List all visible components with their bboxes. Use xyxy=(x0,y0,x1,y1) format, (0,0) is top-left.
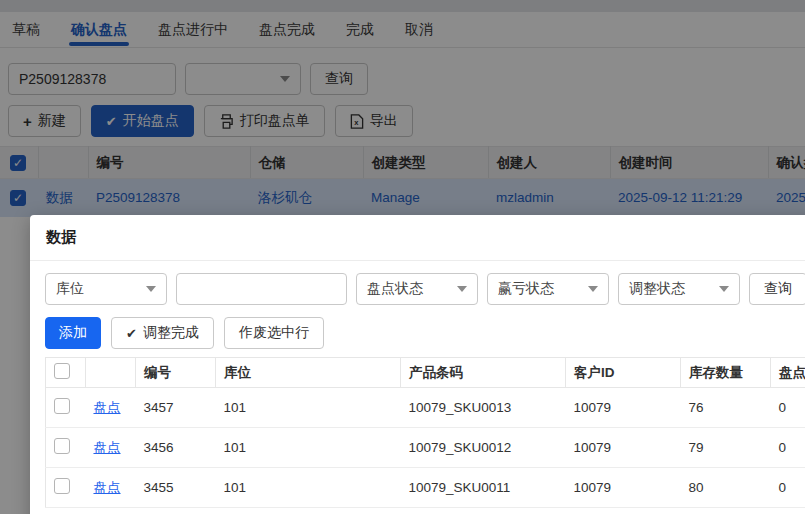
cell-code: 3457 xyxy=(136,388,216,428)
cell-count-qty: 0 xyxy=(771,428,805,468)
detail-table-header: 编号 库位 产品条码 客户ID 库存数量 盘点数量 xyxy=(46,358,805,388)
cell-code: 3455 xyxy=(136,468,216,508)
void-selected-button[interactable]: 作废选中行 xyxy=(224,317,324,349)
modal-title: 数据 xyxy=(46,228,76,247)
modal-body: 库位 盘点状态 赢亏状态 调整状态 查询 xyxy=(30,261,805,508)
col-count-qty: 盘点数量 xyxy=(771,358,805,388)
check-icon: ✔ xyxy=(126,327,137,340)
row-checkbox[interactable] xyxy=(54,438,70,454)
cell-count-qty: 0 xyxy=(771,388,805,428)
chevron-down-icon xyxy=(719,286,729,292)
cell-stock-qty: 79 xyxy=(681,428,771,468)
cell-location: 101 xyxy=(216,468,401,508)
cell-location: 101 xyxy=(216,428,401,468)
cell-count-qty: 0 xyxy=(771,468,805,508)
detail-row[interactable]: 盘点 3456 101 10079_SKU0012 10079 79 0 xyxy=(46,428,805,468)
detail-row[interactable]: 盘点 3455 101 10079_SKU0011 10079 80 0 xyxy=(46,468,805,508)
data-modal: 数据 库位 盘点状态 赢亏状态 调整状态 xyxy=(30,215,805,514)
col-code: 编号 xyxy=(136,358,216,388)
cell-barcode: 10079_SKU0011 xyxy=(401,468,566,508)
cell-code: 3456 xyxy=(136,428,216,468)
row-checkbox[interactable] xyxy=(54,398,70,414)
chevron-down-icon xyxy=(457,286,467,292)
cell-barcode: 10079_SKU0013 xyxy=(401,388,566,428)
row-checkbox[interactable] xyxy=(54,478,70,494)
modal-filters: 库位 盘点状态 赢亏状态 调整状态 查询 xyxy=(45,273,805,305)
col-customer-id: 客户ID xyxy=(566,358,681,388)
col-location: 库位 xyxy=(216,358,401,388)
cell-customer-id: 10079 xyxy=(566,388,681,428)
count-link[interactable]: 盘点 xyxy=(94,440,121,455)
cell-stock-qty: 76 xyxy=(681,388,771,428)
count-link[interactable]: 盘点 xyxy=(94,400,121,415)
modal-actions: 添加 ✔ 调整完成 作废选中行 xyxy=(45,317,805,349)
cell-customer-id: 10079 xyxy=(566,428,681,468)
detail-row[interactable]: 盘点 3457 101 10079_SKU0013 10079 76 0 xyxy=(46,388,805,428)
modal-query-button[interactable]: 查询 xyxy=(749,273,805,305)
count-link[interactable]: 盘点 xyxy=(94,480,121,495)
app-window: 草稿 确认盘点 盘点进行中 盘点完成 完成 取消 查询 + 新建 ✔ 开始盘点 xyxy=(0,0,805,514)
count-status-select[interactable]: 盘点状态 xyxy=(356,273,478,305)
modal-header: 数据 xyxy=(30,215,805,261)
detail-select-all-checkbox[interactable] xyxy=(54,363,70,379)
modal-keyword-input[interactable] xyxy=(176,273,347,305)
col-stock-qty: 库存数量 xyxy=(681,358,771,388)
cell-stock-qty: 80 xyxy=(681,468,771,508)
adjust-status-select[interactable]: 调整状态 xyxy=(618,273,740,305)
chevron-down-icon xyxy=(146,286,156,292)
count-detail-table: 编号 库位 产品条码 客户ID 库存数量 盘点数量 盘点 3457 101 10… xyxy=(45,357,805,508)
profit-loss-status-select[interactable]: 赢亏状态 xyxy=(487,273,609,305)
col-barcode: 产品条码 xyxy=(401,358,566,388)
cell-location: 101 xyxy=(216,388,401,428)
location-select[interactable]: 库位 xyxy=(45,273,167,305)
cell-barcode: 10079_SKU0012 xyxy=(401,428,566,468)
add-button[interactable]: 添加 xyxy=(45,317,101,349)
cell-customer-id: 10079 xyxy=(566,468,681,508)
chevron-down-icon xyxy=(588,286,598,292)
adjust-done-button[interactable]: ✔ 调整完成 xyxy=(111,317,214,349)
